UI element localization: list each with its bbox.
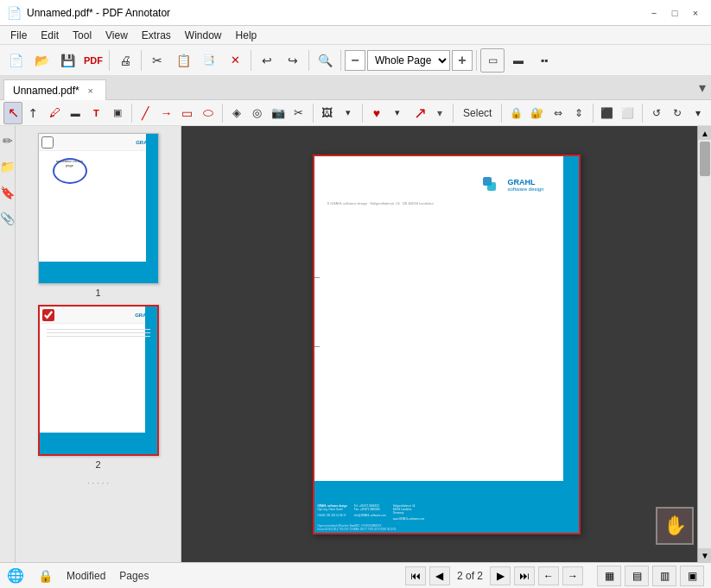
crop-button[interactable]: ✂ <box>289 102 308 124</box>
bookmark-side-icon[interactable]: 🔖 <box>0 185 16 200</box>
close-button[interactable]: × <box>687 4 704 22</box>
search-button[interactable]: 🔍 <box>313 48 337 73</box>
tab-close-button[interactable]: × <box>85 85 97 97</box>
eraser-button[interactable]: ◈ <box>227 102 246 124</box>
menu-file[interactable]: File <box>3 26 34 45</box>
align-h-button[interactable]: ⇔ <box>548 102 567 124</box>
folder-side-icon[interactable]: 📁 <box>0 159 16 174</box>
thumb2-lines <box>47 329 150 339</box>
menu-view[interactable]: View <box>98 26 135 45</box>
continuous-btn[interactable]: ▬ <box>506 48 530 73</box>
sec-separator-8 <box>642 104 643 123</box>
prev-page-button[interactable]: ◀ <box>429 566 450 585</box>
screenshot-button[interactable]: 📷 <box>269 102 288 124</box>
image-button[interactable]: 🖼 <box>318 102 337 124</box>
lock-button[interactable]: 🔒 <box>506 102 525 124</box>
stamp-button[interactable]: ▣ <box>107 102 126 124</box>
minimize-button[interactable]: − <box>645 4 663 22</box>
copy-button[interactable]: 📋 <box>171 48 195 73</box>
menu-help[interactable]: Help <box>229 26 264 45</box>
redo-button[interactable]: ↪ <box>281 48 305 73</box>
freehand-button[interactable]: 🖊 <box>45 102 64 124</box>
paste-button[interactable]: 📑 <box>197 48 221 73</box>
lock2-button[interactable]: 🔐 <box>527 102 546 124</box>
rotate-left-button[interactable]: ↺ <box>647 102 666 124</box>
view-continuous-button[interactable]: ▤ <box>625 566 649 586</box>
thumb1-blue-bar-bottom <box>39 262 146 283</box>
print-button[interactable]: 🖨 <box>113 48 137 73</box>
open-button[interactable]: 📂 <box>29 48 54 73</box>
rotate-right-button[interactable]: ↻ <box>668 102 687 124</box>
delete-button[interactable]: ✕ <box>223 48 247 73</box>
line-button[interactable]: ╱ <box>136 102 155 124</box>
cut-button[interactable]: ✂ <box>145 48 169 73</box>
select-label: Select <box>458 107 497 119</box>
panel-resize-handle[interactable]: · · · · · <box>22 477 174 489</box>
paperclip-side-icon[interactable]: 📎 <box>0 211 16 226</box>
menu-extras[interactable]: Extras <box>135 26 178 45</box>
thumb-wrapper-2[interactable]: GRAHL <box>38 305 159 456</box>
toolbar-separator-4 <box>308 50 309 71</box>
pdf-right-bar <box>563 156 579 533</box>
bring-front-button[interactable]: ⬛ <box>598 102 617 124</box>
book-btn[interactable]: ▪▪ <box>532 48 556 73</box>
grahl-sub: software design <box>507 187 543 192</box>
scroll-down-button[interactable]: ▼ <box>698 548 711 562</box>
view-book-button[interactable]: ▣ <box>680 566 704 586</box>
view-facing-button[interactable]: ▥ <box>652 566 676 586</box>
side-icons: ✏ 📁 🔖 📎 <box>0 126 16 562</box>
text-button[interactable]: T <box>86 102 105 124</box>
thumbnail-1[interactable]: GRAHL annotation on this page <box>22 133 174 298</box>
image-more-button[interactable]: ▾ <box>339 102 358 124</box>
menu-tool[interactable]: Tool <box>66 26 98 45</box>
zoom-in-button[interactable]: + <box>452 50 473 71</box>
heart-button[interactable]: ♥ <box>367 102 386 124</box>
lasso-button[interactable]: ◎ <box>248 102 267 124</box>
rect-button[interactable]: ▭ <box>178 102 197 124</box>
single-page-btn[interactable]: ▭ <box>480 48 505 73</box>
save-pdf-button[interactable]: PDF <box>81 48 105 73</box>
maximize-button[interactable]: □ <box>666 4 683 22</box>
toolbar-separator-2 <box>141 50 142 71</box>
back-button[interactable]: ← <box>538 566 559 585</box>
menu-window[interactable]: Window <box>178 26 229 45</box>
last-page-button[interactable]: ⏭ <box>514 566 535 585</box>
thumbnail-2[interactable]: GRAHL <box>22 305 174 470</box>
forward-button[interactable]: → <box>562 566 583 585</box>
toolbar-separator-3 <box>251 50 251 71</box>
scroll-up-button[interactable]: ▲ <box>698 126 711 140</box>
document-tab[interactable]: Unnamed.pdf* × <box>3 79 106 100</box>
highlight-button[interactable]: ▬ <box>66 102 85 124</box>
menu-edit[interactable]: Edit <box>34 26 66 45</box>
thumb-wrapper-1[interactable]: GRAHL annotation on this page <box>38 133 159 284</box>
toolbar-separator-5 <box>340 50 341 71</box>
first-page-button[interactable]: ⏮ <box>405 566 426 585</box>
thumb2-checkbox[interactable] <box>42 309 54 321</box>
thumb1-checkbox[interactable] <box>41 136 54 149</box>
align-v-button[interactable]: ⇕ <box>569 102 588 124</box>
next-page-button[interactable]: ▶ <box>490 566 511 585</box>
arrow-button[interactable]: → <box>157 102 176 124</box>
undo-button[interactable]: ↩ <box>255 48 279 73</box>
zoom-out-button[interactable]: − <box>345 50 365 71</box>
vertical-scrollbar[interactable]: ▲ ▼ <box>697 126 711 562</box>
new-button[interactable]: 📄 <box>3 48 28 73</box>
hand-stamp-icon[interactable]: ✋ <box>656 507 694 545</box>
window-title: Unnamed.pdf* - PDF Annotator <box>27 7 170 19</box>
send-back-button[interactable]: ⬜ <box>619 102 638 124</box>
tab-dropdown-button[interactable]: ▾ <box>699 79 706 96</box>
modified-status[interactable]: Modified <box>67 570 105 582</box>
pointer-tool-button[interactable]: ↖ <box>19 98 48 127</box>
save-button[interactable]: 💾 <box>55 48 79 73</box>
heart-more-button[interactable]: ▾ <box>388 102 407 124</box>
more-button[interactable]: ▾ <box>689 102 708 124</box>
zoom-select[interactable]: Whole Page Page Width 50% 75% 100% 125% … <box>367 50 450 71</box>
scroll-track[interactable] <box>698 140 711 548</box>
view-single-button[interactable]: ▦ <box>597 566 621 586</box>
pages-status[interactable]: Pages <box>119 570 149 582</box>
pencil-side-icon[interactable]: ✏ <box>0 133 16 149</box>
more-tools-button[interactable]: ▾ <box>431 102 448 124</box>
red-arrow-button[interactable]: ↗ <box>410 102 429 124</box>
ellipse-button[interactable]: ⬭ <box>199 102 218 124</box>
scroll-thumb[interactable] <box>700 142 710 176</box>
